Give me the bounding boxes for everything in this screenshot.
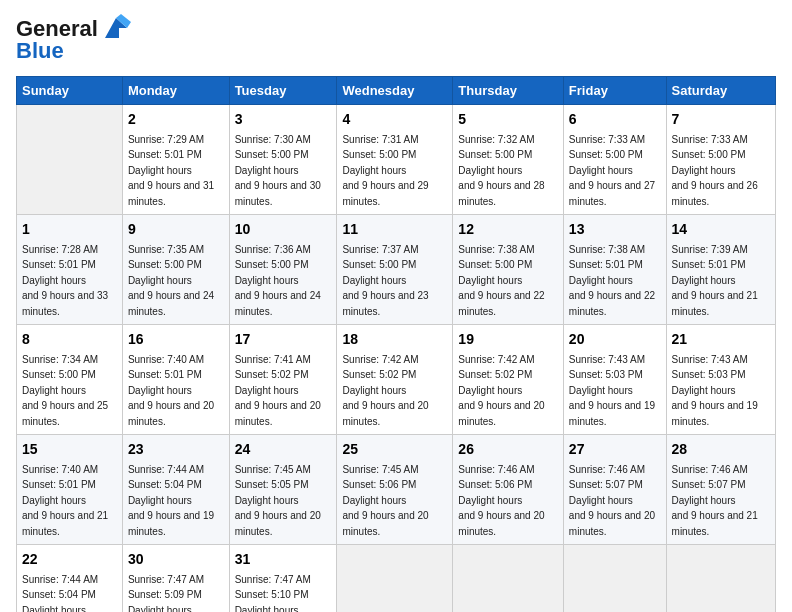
day-number: 2 — [128, 110, 224, 130]
day-number: 20 — [569, 330, 661, 350]
calendar-cell: 6 Sunrise: 7:33 AMSunset: 5:00 PMDayligh… — [563, 105, 666, 215]
calendar-cell: 20 Sunrise: 7:43 AMSunset: 5:03 PMDaylig… — [563, 325, 666, 435]
calendar-cell: 3 Sunrise: 7:30 AMSunset: 5:00 PMDayligh… — [229, 105, 337, 215]
day-info: Sunrise: 7:37 AMSunset: 5:00 PMDaylight … — [342, 244, 428, 317]
calendar-week-row: 15 Sunrise: 7:40 AMSunset: 5:01 PMDaylig… — [17, 435, 776, 545]
day-info: Sunrise: 7:33 AMSunset: 5:00 PMDaylight … — [569, 134, 655, 207]
calendar-cell: 22 Sunrise: 7:44 AMSunset: 5:04 PMDaylig… — [17, 545, 123, 612]
calendar-cell: 15 Sunrise: 7:40 AMSunset: 5:01 PMDaylig… — [17, 435, 123, 545]
calendar-cell: 30 Sunrise: 7:47 AMSunset: 5:09 PMDaylig… — [122, 545, 229, 612]
day-number: 14 — [672, 220, 770, 240]
calendar-cell — [453, 545, 564, 612]
calendar-week-row: 1 Sunrise: 7:28 AMSunset: 5:01 PMDayligh… — [17, 215, 776, 325]
day-info: Sunrise: 7:47 AMSunset: 5:10 PMDaylight … — [235, 574, 321, 612]
day-info: Sunrise: 7:47 AMSunset: 5:09 PMDaylight … — [128, 574, 214, 612]
day-info: Sunrise: 7:29 AMSunset: 5:01 PMDaylight … — [128, 134, 214, 207]
logo-icon — [101, 14, 131, 42]
col-header-wednesday: Wednesday — [337, 77, 453, 105]
day-number: 16 — [128, 330, 224, 350]
day-number: 23 — [128, 440, 224, 460]
day-number: 27 — [569, 440, 661, 460]
col-header-thursday: Thursday — [453, 77, 564, 105]
calendar-cell: 13 Sunrise: 7:38 AMSunset: 5:01 PMDaylig… — [563, 215, 666, 325]
day-number: 11 — [342, 220, 447, 240]
calendar-cell: 8 Sunrise: 7:34 AMSunset: 5:00 PMDayligh… — [17, 325, 123, 435]
calendar-cell: 24 Sunrise: 7:45 AMSunset: 5:05 PMDaylig… — [229, 435, 337, 545]
day-number: 5 — [458, 110, 558, 130]
day-info: Sunrise: 7:46 AMSunset: 5:07 PMDaylight … — [672, 464, 758, 537]
day-info: Sunrise: 7:42 AMSunset: 5:02 PMDaylight … — [342, 354, 428, 427]
day-number: 31 — [235, 550, 332, 570]
day-info: Sunrise: 7:38 AMSunset: 5:01 PMDaylight … — [569, 244, 655, 317]
day-info: Sunrise: 7:40 AMSunset: 5:01 PMDaylight … — [128, 354, 214, 427]
calendar-cell: 21 Sunrise: 7:43 AMSunset: 5:03 PMDaylig… — [666, 325, 775, 435]
day-info: Sunrise: 7:45 AMSunset: 5:06 PMDaylight … — [342, 464, 428, 537]
day-number: 30 — [128, 550, 224, 570]
day-number: 15 — [22, 440, 117, 460]
day-info: Sunrise: 7:39 AMSunset: 5:01 PMDaylight … — [672, 244, 758, 317]
calendar-cell — [17, 105, 123, 215]
calendar-cell: 17 Sunrise: 7:41 AMSunset: 5:02 PMDaylig… — [229, 325, 337, 435]
day-info: Sunrise: 7:42 AMSunset: 5:02 PMDaylight … — [458, 354, 544, 427]
calendar-cell: 4 Sunrise: 7:31 AMSunset: 5:00 PMDayligh… — [337, 105, 453, 215]
day-number: 12 — [458, 220, 558, 240]
calendar-cell: 2 Sunrise: 7:29 AMSunset: 5:01 PMDayligh… — [122, 105, 229, 215]
day-info: Sunrise: 7:36 AMSunset: 5:00 PMDaylight … — [235, 244, 321, 317]
calendar-cell: 1 Sunrise: 7:28 AMSunset: 5:01 PMDayligh… — [17, 215, 123, 325]
day-number: 18 — [342, 330, 447, 350]
day-number: 10 — [235, 220, 332, 240]
day-info: Sunrise: 7:41 AMSunset: 5:02 PMDaylight … — [235, 354, 321, 427]
calendar-cell: 27 Sunrise: 7:46 AMSunset: 5:07 PMDaylig… — [563, 435, 666, 545]
calendar-cell: 28 Sunrise: 7:46 AMSunset: 5:07 PMDaylig… — [666, 435, 775, 545]
day-number: 19 — [458, 330, 558, 350]
day-number: 25 — [342, 440, 447, 460]
col-header-tuesday: Tuesday — [229, 77, 337, 105]
calendar-cell: 31 Sunrise: 7:47 AMSunset: 5:10 PMDaylig… — [229, 545, 337, 612]
day-number: 28 — [672, 440, 770, 460]
calendar-cell — [337, 545, 453, 612]
calendar-week-row: 22 Sunrise: 7:44 AMSunset: 5:04 PMDaylig… — [17, 545, 776, 612]
calendar-week-row: 2 Sunrise: 7:29 AMSunset: 5:01 PMDayligh… — [17, 105, 776, 215]
col-header-sunday: Sunday — [17, 77, 123, 105]
day-number: 9 — [128, 220, 224, 240]
col-header-friday: Friday — [563, 77, 666, 105]
calendar-cell: 9 Sunrise: 7:35 AMSunset: 5:00 PMDayligh… — [122, 215, 229, 325]
day-info: Sunrise: 7:46 AMSunset: 5:06 PMDaylight … — [458, 464, 544, 537]
day-number: 24 — [235, 440, 332, 460]
day-info: Sunrise: 7:33 AMSunset: 5:00 PMDaylight … — [672, 134, 758, 207]
calendar-cell: 14 Sunrise: 7:39 AMSunset: 5:01 PMDaylig… — [666, 215, 775, 325]
calendar-cell: 16 Sunrise: 7:40 AMSunset: 5:01 PMDaylig… — [122, 325, 229, 435]
day-number: 4 — [342, 110, 447, 130]
day-info: Sunrise: 7:45 AMSunset: 5:05 PMDaylight … — [235, 464, 321, 537]
calendar-cell: 7 Sunrise: 7:33 AMSunset: 5:00 PMDayligh… — [666, 105, 775, 215]
col-header-monday: Monday — [122, 77, 229, 105]
day-number: 17 — [235, 330, 332, 350]
day-info: Sunrise: 7:46 AMSunset: 5:07 PMDaylight … — [569, 464, 655, 537]
day-info: Sunrise: 7:43 AMSunset: 5:03 PMDaylight … — [672, 354, 758, 427]
day-info: Sunrise: 7:34 AMSunset: 5:00 PMDaylight … — [22, 354, 108, 427]
page-header: General Blue — [16, 16, 776, 64]
day-info: Sunrise: 7:32 AMSunset: 5:00 PMDaylight … — [458, 134, 544, 207]
day-info: Sunrise: 7:28 AMSunset: 5:01 PMDaylight … — [22, 244, 108, 317]
day-info: Sunrise: 7:43 AMSunset: 5:03 PMDaylight … — [569, 354, 655, 427]
calendar-cell: 12 Sunrise: 7:38 AMSunset: 5:00 PMDaylig… — [453, 215, 564, 325]
calendar-cell: 25 Sunrise: 7:45 AMSunset: 5:06 PMDaylig… — [337, 435, 453, 545]
day-info: Sunrise: 7:30 AMSunset: 5:00 PMDaylight … — [235, 134, 321, 207]
day-info: Sunrise: 7:35 AMSunset: 5:00 PMDaylight … — [128, 244, 214, 317]
calendar-cell: 19 Sunrise: 7:42 AMSunset: 5:02 PMDaylig… — [453, 325, 564, 435]
day-number: 22 — [22, 550, 117, 570]
day-number: 26 — [458, 440, 558, 460]
calendar-table: SundayMondayTuesdayWednesdayThursdayFrid… — [16, 76, 776, 612]
day-number: 13 — [569, 220, 661, 240]
day-number: 6 — [569, 110, 661, 130]
day-info: Sunrise: 7:38 AMSunset: 5:00 PMDaylight … — [458, 244, 544, 317]
calendar-cell: 23 Sunrise: 7:44 AMSunset: 5:04 PMDaylig… — [122, 435, 229, 545]
calendar-cell: 10 Sunrise: 7:36 AMSunset: 5:00 PMDaylig… — [229, 215, 337, 325]
logo: General Blue — [16, 16, 131, 64]
col-header-saturday: Saturday — [666, 77, 775, 105]
day-number: 21 — [672, 330, 770, 350]
day-info: Sunrise: 7:31 AMSunset: 5:00 PMDaylight … — [342, 134, 428, 207]
day-number: 8 — [22, 330, 117, 350]
calendar-cell: 5 Sunrise: 7:32 AMSunset: 5:00 PMDayligh… — [453, 105, 564, 215]
calendar-cell: 18 Sunrise: 7:42 AMSunset: 5:02 PMDaylig… — [337, 325, 453, 435]
